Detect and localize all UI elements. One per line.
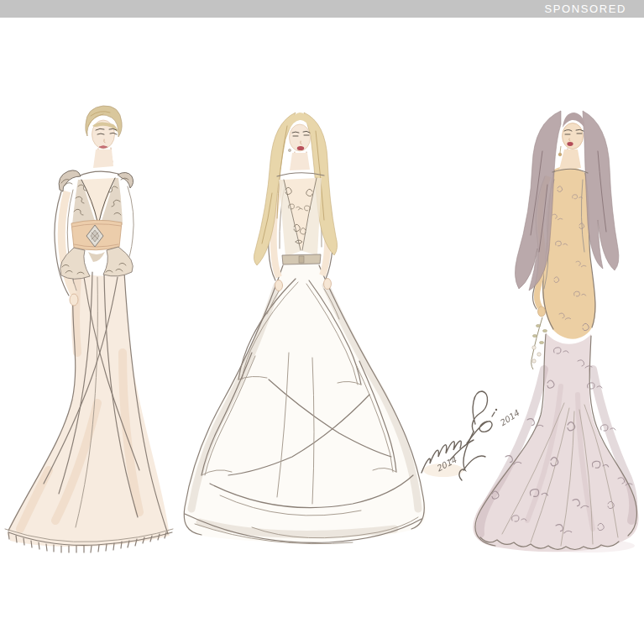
center-earring xyxy=(288,149,291,151)
gown-sketches-illustration: 2014 2014 xyxy=(0,0,644,644)
center-figure-lips xyxy=(297,146,304,150)
sketch-center-gown xyxy=(183,113,426,544)
sponsored-banner: SPONSORED xyxy=(0,0,644,18)
right-figure-lips xyxy=(567,142,573,146)
sketch-left-gown xyxy=(5,106,173,552)
left-figure-bodice xyxy=(59,170,133,225)
sketch-right-gown xyxy=(473,111,638,552)
sponsored-image-card: SPONSORED xyxy=(0,0,644,644)
signature-2-year: 2014 xyxy=(498,408,521,428)
left-figure-head xyxy=(86,106,122,168)
left-cap-sleeve-right xyxy=(118,172,134,188)
designer-signature-1: 2014 xyxy=(421,409,497,474)
left-peplum xyxy=(60,247,134,279)
right-hand xyxy=(538,306,546,317)
center-figure-bodice xyxy=(279,178,322,264)
sponsored-label: SPONSORED xyxy=(545,0,644,18)
right-earring xyxy=(558,153,562,156)
left-sash xyxy=(71,220,122,250)
